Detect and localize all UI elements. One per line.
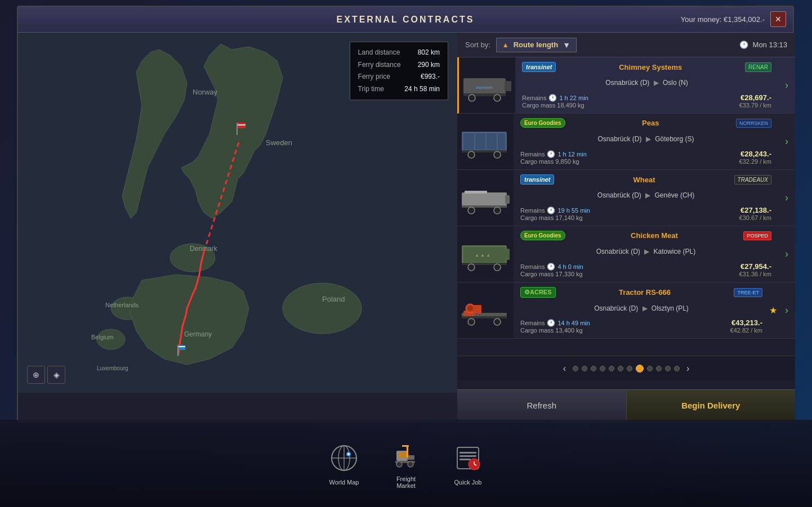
cargo-mass-2: Cargo mass 9,850 kg: [520, 158, 587, 165]
contract-arrow-4[interactable]: ›: [778, 226, 795, 282]
cargo-mass-5: Cargo mass 13,400 kg: [520, 327, 590, 334]
map-area: Norway Sweden Denmark Netherlands Belgiu…: [18, 33, 457, 393]
world-map-icon-container: [327, 442, 361, 475]
nav-item-freight-market[interactable]: Freight Market: [375, 433, 437, 495]
map-info-box: Land distance 802 km Ferry distance 290 …: [350, 42, 448, 100]
price-main-1: €28,697.-: [739, 93, 771, 102]
contract-arrow-1[interactable]: ›: [778, 57, 795, 113]
land-distance-label: Land distance: [358, 47, 400, 59]
contract-header-5: ⚙ACRES Tractor RS-666 TREE-ET: [520, 287, 762, 298]
pagination-dots: [573, 365, 680, 373]
page-dot-1[interactable]: [573, 366, 578, 371]
nav-item-quick-job[interactable]: Quick Job: [437, 436, 499, 491]
freight-market-icon: [391, 439, 422, 470]
page-dot-4[interactable]: [600, 366, 605, 371]
contract-arrow-5[interactable]: ›: [778, 304, 795, 316]
route-from-1: Osnabrück (D): [605, 79, 649, 87]
clock-icon-4: 🕐: [547, 263, 555, 271]
remains-text-5: Remains 🕐 14 h 49 min: [520, 319, 590, 327]
price-block-5: €43,213.- €42.82 / km: [730, 318, 762, 334]
page-dot-6[interactable]: [618, 366, 623, 371]
sort-option-text: Route length: [514, 41, 558, 49]
svg-text:Denmark: Denmark: [190, 245, 218, 253]
compass-button[interactable]: ⊕: [27, 366, 45, 384]
remains-text-3: Remains 🕐 19 h 55 min: [520, 207, 590, 214]
action-bar: Refresh Begin Delivery: [457, 389, 795, 421]
page-dot-12[interactable]: [674, 366, 680, 371]
contract-footer-left-3: Remains 🕐 19 h 55 min Cargo mass 17,140 …: [520, 207, 590, 221]
contract-thumbnail-2: [457, 114, 514, 169]
contract-item[interactable]: ⚙ACRES Tractor RS-666 TREE-ET Osnabrück …: [457, 282, 795, 339]
prev-page-button[interactable]: ‹: [559, 364, 570, 374]
cargo-mass-1: Cargo mass 18,490 kg: [522, 102, 588, 109]
page-dot-7[interactable]: [627, 366, 632, 371]
cargo-name-3: Wheat: [559, 176, 729, 184]
svg-rect-75: [459, 452, 476, 454]
contract-item[interactable]: ▲ ▲ ▲ Euro Goodies Chicken Meat POSPED: [457, 226, 795, 282]
page-dot-11[interactable]: [665, 366, 671, 371]
contract-info-3: transinet Wheat TRADEAUX Osnabrück (D) ▶…: [514, 170, 778, 226]
svg-rect-13: [177, 345, 179, 356]
contract-item[interactable]: transinet transinet Chimney Systems RENA…: [457, 57, 795, 114]
world-map-icon: [329, 443, 360, 474]
close-button[interactable]: ✕: [770, 11, 786, 27]
quick-job-icon-container: [451, 442, 485, 475]
route-text-4: Osnabrück (D) ▶ Katowice (PL): [520, 248, 771, 255]
refresh-button[interactable]: Refresh: [457, 389, 627, 421]
route-from-5: Osnabrück (D): [594, 304, 638, 312]
page-dot-10[interactable]: [656, 366, 662, 371]
nav-item-world-map[interactable]: World Map: [313, 436, 375, 491]
contract-footer-5: Remains 🕐 14 h 49 min Cargo mass 13,400 …: [520, 318, 762, 334]
contract-item[interactable]: transinet Wheat TRADEAUX Osnabrück (D) ▶…: [457, 170, 795, 226]
brand-logo-4: POSPED: [743, 231, 771, 240]
svg-point-58: [494, 318, 501, 325]
contract-arrow-2[interactable]: ›: [778, 114, 795, 169]
page-dot-5[interactable]: [609, 366, 614, 371]
route-to-4: Katowice (PL): [654, 248, 696, 255]
remains-label-1: Remains: [522, 95, 546, 101]
svg-rect-15: [179, 346, 185, 347]
page-dot-9[interactable]: [647, 366, 653, 371]
route-to-3: Genève (CH): [655, 191, 695, 199]
brand-logo-2: NORRSKEN: [736, 119, 771, 128]
svg-point-27: [469, 95, 475, 101]
next-page-button[interactable]: ›: [682, 364, 694, 374]
svg-rect-76: [459, 455, 476, 457]
route-to-1: Oslo (N): [663, 79, 688, 87]
page-dot-8[interactable]: [636, 365, 644, 373]
svg-text:Poland: Poland: [322, 295, 345, 303]
svg-rect-39: [465, 191, 487, 194]
route-arrow-4: ▶: [644, 248, 649, 255]
star-icon-5[interactable]: ★: [769, 305, 777, 316]
page-dot-2[interactable]: [582, 366, 587, 371]
svg-point-57: [468, 318, 475, 325]
route-arrow-2: ▶: [646, 135, 651, 143]
svg-point-54: [467, 306, 473, 311]
svg-rect-43: [505, 195, 510, 204]
zoom-button[interactable]: ◈: [47, 366, 65, 384]
route-text-2: Osnabrück (D) ▶ Göteborg (S): [520, 135, 771, 143]
ferry-distance-row: Ferry distance 290 km: [358, 59, 440, 71]
svg-text:Sweden: Sweden: [266, 138, 292, 147]
contract-window: EXTERNAL CONTRACTS Your money: €1,354,00…: [17, 6, 794, 422]
page-dot-3[interactable]: [591, 366, 596, 371]
begin-delivery-button[interactable]: Begin Delivery: [627, 389, 796, 421]
contract-info-4: Euro Goodies Chicken Meat POSPED Osnabrü…: [514, 226, 778, 282]
time-display: 🕐 Mon 13:13: [739, 41, 787, 49]
svg-text:Norway: Norway: [193, 88, 218, 96]
svg-point-42: [494, 207, 501, 214]
contract-arrow-3[interactable]: ›: [778, 170, 795, 226]
route-arrow-3: ▶: [645, 191, 650, 199]
svg-rect-71: [407, 445, 408, 457]
contract-header-1: transinet Chimney Systems RENAR: [522, 62, 771, 72]
ferry-distance-label: Ferry distance: [358, 59, 401, 71]
contract-item[interactable]: Euro Goodies Peas NORRSKEN Osnabrück (D)…: [457, 114, 795, 170]
svg-rect-12: [238, 124, 246, 125]
contract-footer-1: Remains 🕐 1 h 22 min Cargo mass 18,490 k…: [522, 93, 771, 109]
dropdown-arrow-icon: ▼: [563, 41, 570, 50]
route-text-5: Osnabrück (D) ▶ Olsztyn (PL): [520, 304, 762, 312]
remains-text-1: Remains 🕐 1 h 22 min: [522, 94, 588, 102]
price-main-2: €28,243.-: [739, 150, 771, 158]
remains-time-5: 14 h 49 min: [557, 320, 590, 326]
sort-dropdown[interactable]: ▲ Route length ▼: [496, 38, 577, 52]
